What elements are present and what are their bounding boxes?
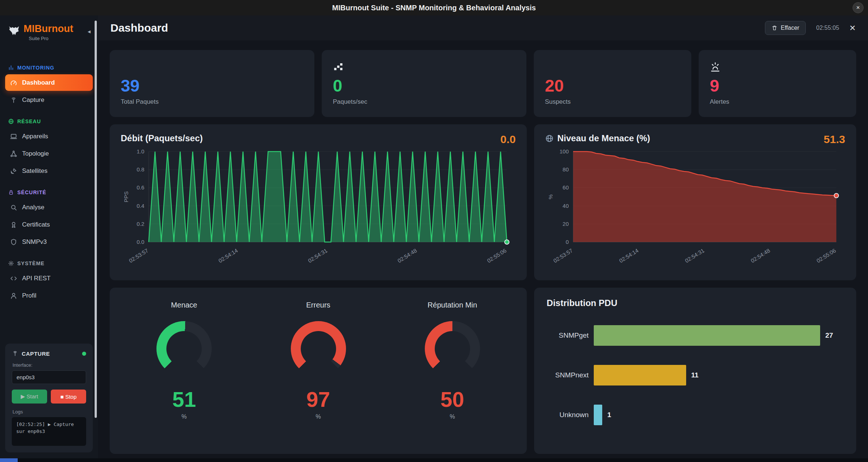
laptop-icon <box>10 133 17 140</box>
interface-label: Interface: <box>13 362 85 368</box>
pdu-title: Distribution PDU <box>547 298 844 308</box>
sidebar-section-label: SÉCURITÉ <box>17 189 46 195</box>
stat-value: 0 <box>333 77 515 95</box>
sidebar-item-label: Topologie <box>22 150 49 157</box>
satellite-icon <box>10 167 17 175</box>
gauge-ring <box>291 321 346 376</box>
sidebar-section-label: MONITORING <box>17 65 54 71</box>
taskbar-strip-accent <box>0 458 18 462</box>
sidebar-collapse-button[interactable]: ◂ <box>88 28 91 35</box>
gauge-ring <box>156 321 212 376</box>
svg-text:02:54:48: 02:54:48 <box>396 247 418 264</box>
gauge-ring <box>425 321 480 376</box>
sidebar-item-label: Capture <box>22 96 44 104</box>
sidebar-scrollbar[interactable] <box>95 21 97 418</box>
capture-log-output: [02:52:25] ▶ Capture sur enp0s3 <box>12 417 86 446</box>
globe-icon <box>8 118 14 124</box>
gauge-value: 51 <box>172 389 196 410</box>
logs-label: Logs <box>13 409 85 415</box>
sidebar-section-label: SYSTÈME <box>17 260 45 266</box>
stat-value: 20 <box>545 77 680 95</box>
pdu-bar-row-snmpnext: SNMPnext 11 <box>547 365 844 385</box>
gauge-icon <box>10 79 17 86</box>
gauge-erreurs: Erreurs 97 % <box>251 301 385 420</box>
stat-icon-slot <box>121 61 303 77</box>
gauges-card: Menace 51 % Erreurs 97 % Réputation Min <box>110 288 527 454</box>
stat-card-alertes: 9 Alertes <box>699 50 856 117</box>
lock-icon <box>8 189 14 195</box>
capture-panel-title: CAPTURE <box>22 351 50 357</box>
svg-text:100: 100 <box>560 148 569 154</box>
shield-icon <box>10 238 17 246</box>
gauge-title: Erreurs <box>306 301 331 309</box>
main-area: Dashboard Effacer 02:55:05 × 39 Total Pa… <box>98 15 868 462</box>
pdu-bar-row-unknown: Unknown 1 <box>547 405 844 425</box>
charts-row: Débit (Paquets/sec) 0.0 0.00.20.40.60.81… <box>110 124 856 280</box>
svg-text:0.4: 0.4 <box>137 203 144 209</box>
sidebar-section-label: RÉSEAU <box>17 118 41 124</box>
interface-input[interactable] <box>12 370 86 384</box>
sidebar-item-label: Profil <box>22 292 36 299</box>
gauge-title: Menace <box>171 301 197 309</box>
sidebar-nav: MONITORING Dashboard Capture RÉSEAU <box>5 65 93 305</box>
start-capture-button[interactable]: ▶ Start <box>12 390 47 404</box>
debit-current-value: 0.0 <box>500 133 516 146</box>
trash-icon <box>772 25 777 31</box>
pdu-bar <box>594 365 686 385</box>
capture-icon <box>12 350 18 357</box>
sidebar-item-label: Appareils <box>22 133 48 140</box>
sidebar-section-reseau: RÉSEAU <box>8 118 90 124</box>
svg-text:0: 0 <box>566 239 569 245</box>
capture-status-dot <box>82 352 86 356</box>
sidebar-item-certificats[interactable]: Certificats <box>5 216 93 233</box>
pdu-bar-label: Unknown <box>547 411 594 419</box>
svg-text:1.0: 1.0 <box>137 148 144 154</box>
pixel-chart-icon <box>333 61 515 77</box>
menace-chart: 02040608010002:53:5702:54:1402:54:3102:5… <box>545 146 845 274</box>
bottom-row: Menace 51 % Erreurs 97 % Réputation Min <box>110 288 856 454</box>
pdu-card: Distribution PDU SNMPget 27 SNMPnext <box>534 288 856 454</box>
sidebar-item-topologie[interactable]: Topologie <box>5 145 93 162</box>
stat-value: 39 <box>121 77 303 95</box>
svg-text:02:54:48: 02:54:48 <box>749 247 771 264</box>
clock: 02:55:05 <box>816 25 839 31</box>
gauge-unit: % <box>315 413 321 420</box>
svg-text:02:54:14: 02:54:14 <box>618 247 640 264</box>
sidebar-item-dashboard[interactable]: Dashboard <box>5 74 93 91</box>
svg-text:0.2: 0.2 <box>137 221 144 227</box>
gauge-value: 50 <box>441 389 465 410</box>
svg-text:0.0: 0.0 <box>137 239 144 245</box>
window-titlebar: MIBurnout Suite - SNMP Monitoring & Beha… <box>0 0 868 15</box>
stats-row: 39 Total Paquets 0 Paquets/sec 20 Suspec… <box>110 50 856 117</box>
globe-icon <box>545 134 554 143</box>
clear-button[interactable]: Effacer <box>765 21 806 35</box>
svg-text:02:53:57: 02:53:57 <box>128 247 149 264</box>
pdu-bar-track: 1 <box>594 405 820 425</box>
svg-text:02:53:57: 02:53:57 <box>552 247 574 264</box>
sidebar-item-capture[interactable]: Capture <box>5 92 93 108</box>
menace-chart-title: Niveau de Menace (%) <box>545 133 650 143</box>
gauge-unit: % <box>450 413 455 420</box>
clear-button-label: Effacer <box>781 25 799 31</box>
brand-text: MIBurnout Suite Pro <box>24 24 73 41</box>
page-title: Dashboard <box>110 22 168 34</box>
window-close-button[interactable]: × <box>853 2 864 13</box>
taskbar-strip <box>0 458 868 462</box>
stat-label: Suspects <box>545 98 680 106</box>
stat-card-suspects: 20 Suspects <box>534 50 691 117</box>
sidebar-item-profil[interactable]: Profil <box>5 287 93 304</box>
dashboard-close-button[interactable]: × <box>850 23 855 33</box>
sidebar-item-label: API REST <box>22 275 50 282</box>
stat-card-total-paquets: 39 Total Paquets <box>110 50 314 117</box>
svg-text:80: 80 <box>562 166 569 173</box>
sidebar-item-snmpv3[interactable]: SNMPv3 <box>5 234 93 250</box>
stop-capture-button[interactable]: ■ Stop <box>51 390 86 404</box>
capture-panel-header: CAPTURE <box>12 350 86 357</box>
svg-text:PPS: PPS <box>123 191 129 202</box>
gauge-title: Réputation Min <box>428 301 477 309</box>
sidebar-item-satellites[interactable]: Satellites <box>5 163 93 179</box>
sidebar-item-analyse[interactable]: Analyse <box>5 199 93 216</box>
svg-text:20: 20 <box>562 221 569 227</box>
sidebar-item-api-rest[interactable]: API REST <box>5 270 93 287</box>
sidebar-item-appareils[interactable]: Appareils <box>5 128 93 145</box>
